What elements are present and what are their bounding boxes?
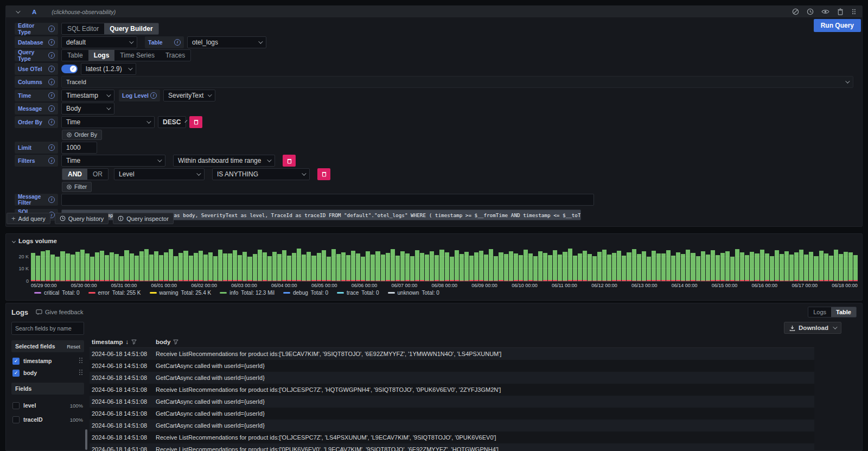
info-icon[interactable]: i xyxy=(48,144,55,151)
reset-fields-button[interactable]: Reset xyxy=(67,344,80,350)
collapse-chevron-icon[interactable] xyxy=(16,9,20,13)
info-icon[interactable]: i xyxy=(48,66,55,72)
volume-bar xyxy=(504,254,508,281)
info-icon[interactable]: i xyxy=(174,39,181,46)
x-tick-label: 06/04 00:00 xyxy=(271,283,297,288)
logs-volume-header[interactable]: Logs volume xyxy=(10,236,858,246)
checkbox-unchecked[interactable] xyxy=(12,402,20,409)
volume-bar xyxy=(706,255,710,281)
filter1-operator-select[interactable]: Within dashboard time range xyxy=(173,155,275,167)
info-icon[interactable]: i xyxy=(48,157,55,164)
filter-bool-or[interactable]: OR xyxy=(87,169,108,180)
editor-type-option-builder[interactable]: Query Builder xyxy=(104,23,158,34)
otel-version-select[interactable]: latest (1.2.9) xyxy=(81,63,136,75)
info-icon[interactable]: i xyxy=(48,196,55,203)
log-row[interactable]: 2024-06-18 14:51:08Receive ListRecommend… xyxy=(90,348,814,360)
database-select[interactable]: default xyxy=(61,36,137,48)
info-icon[interactable]: i xyxy=(48,79,55,85)
x-tick-label: 05/31 00:00 xyxy=(111,283,137,288)
query-history-button[interactable]: Query history xyxy=(55,213,108,224)
download-button[interactable]: Download xyxy=(784,322,841,334)
trash-icon[interactable] xyxy=(837,8,844,15)
message-column-select[interactable]: Body xyxy=(61,103,114,115)
checkbox-checked[interactable]: ✓ xyxy=(12,358,20,365)
chevron-down-icon xyxy=(106,105,111,110)
order-by-direction-select[interactable]: DESC xyxy=(158,116,186,128)
log-row[interactable]: 2024-06-18 14:51:08Receive ListRecommend… xyxy=(90,384,814,396)
filter-bool-and[interactable]: AND xyxy=(62,169,87,180)
add-query-button[interactable]: +Add query xyxy=(7,213,50,224)
message-filter-input[interactable] xyxy=(61,194,594,206)
legend-item[interactable]: traceTotal: 0 xyxy=(337,290,379,296)
remove-filter2-button[interactable] xyxy=(317,168,330,180)
logs-volume-chart[interactable]: 20 K10 K0 xyxy=(10,248,858,282)
column-header-timestamp[interactable]: timestamp ↓ xyxy=(90,339,156,345)
drag-handle-icon[interactable] xyxy=(79,357,83,365)
editor-type-option-sql[interactable]: SQL Editor xyxy=(62,23,104,34)
legend-item[interactable]: errorTotal: 255 K xyxy=(88,290,141,296)
filter1-field-select[interactable]: Time xyxy=(61,155,165,167)
info-icon[interactable]: i xyxy=(48,92,55,99)
checkbox-unchecked[interactable] xyxy=(12,416,20,423)
query-type-option-traces[interactable]: Traces xyxy=(160,50,190,61)
legend-item[interactable]: unknownTotal: 0 xyxy=(388,290,439,296)
remove-order-by-button[interactable] xyxy=(189,116,202,128)
info-icon[interactable]: i xyxy=(48,52,55,59)
sidebar-scrollbar[interactable] xyxy=(85,429,87,450)
log-level-select[interactable]: SeverityText xyxy=(163,90,215,101)
view-option-table[interactable]: Table xyxy=(831,307,856,317)
legend-item[interactable]: warningTotal: 25.4 K xyxy=(150,290,212,296)
checkbox-checked[interactable]: ✓ xyxy=(12,370,20,377)
columns-multiselect[interactable]: TraceId xyxy=(61,76,853,88)
query-inspector-button[interactable]: Query inspector xyxy=(113,213,174,224)
legend-item[interactable]: criticalTotal: 0 xyxy=(34,290,80,296)
volume-bar xyxy=(322,250,326,281)
log-row[interactable]: 2024-06-18 14:51:08Receive ListRecommend… xyxy=(90,443,814,451)
legend-item[interactable]: debugTotal: 0 xyxy=(283,290,328,296)
info-icon[interactable]: i xyxy=(48,39,55,46)
use-otel-toggle[interactable]: ✓ xyxy=(61,65,78,73)
search-fields-input[interactable]: Search fields by name xyxy=(11,322,84,335)
info-icon[interactable]: i xyxy=(48,105,55,112)
info-icon[interactable]: i xyxy=(150,92,157,99)
table-select[interactable]: otel_logs xyxy=(187,36,266,48)
volume-bar xyxy=(799,250,803,281)
log-row[interactable]: 2024-06-18 14:51:08GetCartAsync called w… xyxy=(90,408,814,420)
volume-bar xyxy=(617,251,621,281)
info-icon[interactable]: i xyxy=(48,119,55,125)
disable-query-icon[interactable] xyxy=(792,8,799,15)
add-filter-button[interactable]: Filter xyxy=(62,182,92,192)
order-by-field-select[interactable]: Time xyxy=(61,116,155,128)
history-icon[interactable] xyxy=(807,8,814,15)
add-order-by-button[interactable]: Order By xyxy=(62,130,102,140)
query-type-option-logs[interactable]: Logs xyxy=(88,50,115,61)
log-body-cell: Receive ListRecommendations for product … xyxy=(156,434,814,441)
query-type-option-table[interactable]: Table xyxy=(62,50,88,61)
log-row[interactable]: 2024-06-18 14:51:08GetCartAsync called w… xyxy=(90,396,814,408)
log-row[interactable]: 2024-06-18 14:51:08Receive ListRecommend… xyxy=(90,431,814,443)
sort-desc-icon[interactable]: ↓ xyxy=(126,339,129,345)
query-row-header[interactable]: A (clickhouse-observability) xyxy=(6,6,862,17)
log-row[interactable]: 2024-06-18 14:51:08GetCartAsync called w… xyxy=(90,360,814,372)
query-type-option-timeseries[interactable]: Time Series xyxy=(114,50,160,61)
log-row[interactable]: 2024-06-18 14:51:08GetCartAsync called w… xyxy=(90,420,814,431)
filter-funnel-icon[interactable] xyxy=(173,339,178,345)
limit-input[interactable]: 1000 xyxy=(61,142,97,154)
legend-item[interactable]: infoTotal: 12.3 Mil xyxy=(220,290,275,296)
filter2-field-select[interactable]: Level xyxy=(114,168,205,180)
view-option-logs[interactable]: Logs xyxy=(808,307,831,317)
time-column-select[interactable]: Timestamp xyxy=(61,90,114,101)
filter2-operator-select[interactable]: IS ANYTHING xyxy=(212,168,310,180)
volume-bar xyxy=(292,253,296,281)
info-icon[interactable]: i xyxy=(48,26,55,32)
eye-icon[interactable] xyxy=(821,8,829,15)
run-query-button[interactable]: Run Query xyxy=(814,19,861,32)
filter-funnel-icon[interactable] xyxy=(131,339,137,345)
log-row[interactable]: 2024-06-18 14:51:08GetCartAsync called w… xyxy=(90,372,814,384)
drag-handle-icon[interactable] xyxy=(79,369,83,377)
give-feedback-link[interactable]: Give feedback xyxy=(36,309,83,315)
plot-area[interactable] xyxy=(31,248,858,282)
drag-handle-icon[interactable] xyxy=(851,8,857,15)
remove-filter1-button[interactable] xyxy=(283,155,296,167)
column-header-body[interactable]: body xyxy=(156,339,178,345)
